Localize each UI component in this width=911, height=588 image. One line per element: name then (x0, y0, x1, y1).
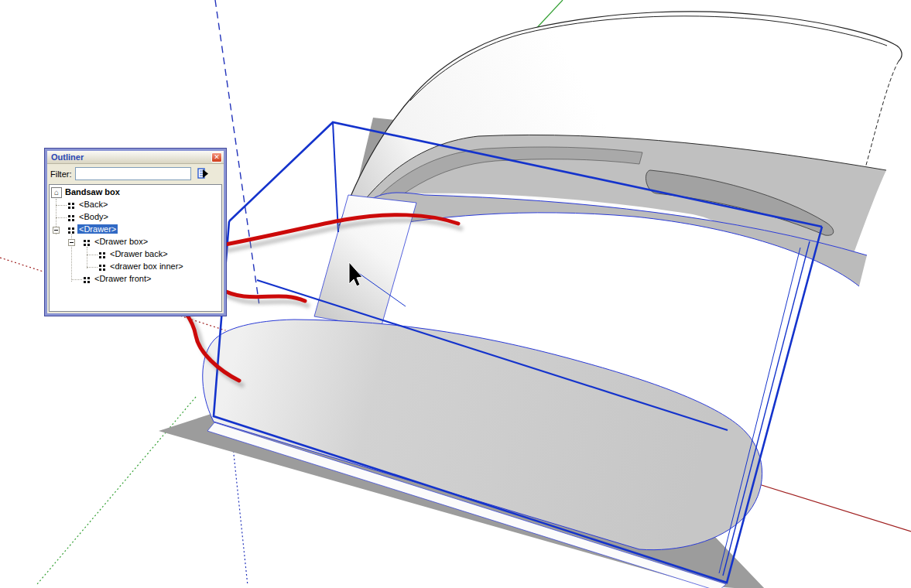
collapse-expander-icon[interactable] (53, 227, 60, 234)
blue-axis-negative (232, 439, 248, 586)
home-icon: ⌂ (51, 187, 62, 198)
outliner-titlebar[interactable]: Outliner ✕ (47, 151, 224, 164)
tree-item-back[interactable]: <Back> (50, 199, 221, 211)
green-axis-negative (37, 397, 196, 584)
component-icon (99, 265, 105, 271)
collapse-expander-icon[interactable] (68, 239, 75, 246)
close-icon[interactable]: ✕ (211, 152, 222, 162)
sketchup-viewport-window: Outliner ✕ Filter: ⌂ B (0, 0, 911, 588)
component-icon (68, 227, 74, 234)
component-icon (99, 252, 105, 258)
component-icon (84, 277, 90, 283)
filter-label: Filter: (50, 169, 72, 179)
outliner-panel[interactable]: Outliner ✕ Filter: ⌂ B (45, 149, 226, 316)
outliner-title: Outliner (51, 152, 84, 162)
tree-item-drawer-box[interactable]: <Drawer box> (50, 236, 221, 248)
tree-item-drawer-front[interactable]: <Drawer front> (50, 273, 221, 285)
tree-item-drawer-box-inner[interactable]: <drawer box inner> (50, 261, 221, 273)
tree-item-body[interactable]: <Body> (50, 211, 221, 224)
filter-row: Filter: (47, 164, 224, 183)
component-icon (84, 240, 90, 246)
component-icon (68, 215, 74, 221)
tree-item-bandsaw-box[interactable]: ⌂ Bandsaw box (50, 186, 221, 199)
details-arrow-icon (197, 167, 210, 180)
outliner-tree: ⌂ Bandsaw box <Back> <Body> <Drawer> (49, 184, 222, 312)
filter-details-button[interactable] (196, 166, 211, 181)
component-icon (68, 203, 74, 209)
red-axis-positive (749, 481, 911, 532)
tree-item-drawer-back[interactable]: <Drawer back> (50, 248, 221, 261)
filter-input[interactable] (75, 167, 191, 180)
tree-item-drawer[interactable]: <Drawer> (50, 224, 221, 236)
